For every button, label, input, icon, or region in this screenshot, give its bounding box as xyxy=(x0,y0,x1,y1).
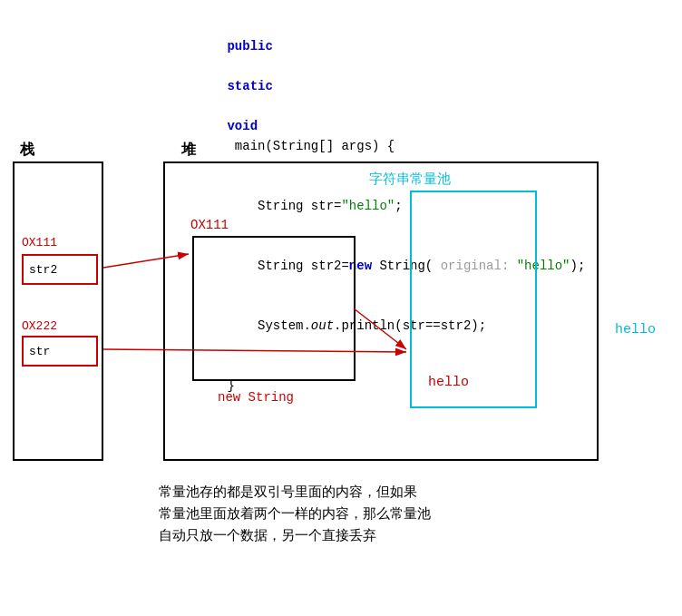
code-line-1: public static void main(String[] args) { xyxy=(181,16,585,176)
page-container: public static void main(String[] args) {… xyxy=(0,0,682,616)
desc-line-1: 常量池存的都是双引号里面的内容，但如果 xyxy=(159,481,431,503)
code-text xyxy=(227,99,234,113)
string-pool-label-text: 字符串常量池 xyxy=(369,171,451,186)
stack-label: 栈 xyxy=(20,141,34,160)
string-pool-box: hello xyxy=(410,191,537,408)
description-section: 常量池存的都是双引号里面的内容，但如果 常量池里面放着两个一样的内容，那么常量池… xyxy=(159,481,431,546)
ox111-heap-label: OX111 xyxy=(190,218,229,232)
str2-label: str2 xyxy=(29,263,57,277)
desc-line-2: 常量池里面放着两个一样的内容，那么常量池 xyxy=(159,503,431,524)
new-string-box xyxy=(192,236,356,381)
str-label: str xyxy=(29,345,50,358)
str-variable-box: str xyxy=(22,336,98,367)
code-text: main(String[] args) { xyxy=(227,139,395,153)
heap-label: 堆 xyxy=(181,141,196,160)
str2-variable-box: str2 xyxy=(22,254,98,285)
ox111-stack-label: OX111 xyxy=(22,236,57,249)
code-text xyxy=(227,59,234,73)
new-string-label: new String xyxy=(218,390,294,405)
heap-box: OX111 new String hello xyxy=(163,161,599,461)
keyword-void: void xyxy=(227,119,258,133)
desc-line-3: 自动只放一个数据，另一个直接丢弃 xyxy=(159,524,431,546)
hello-outside-label: hello xyxy=(615,322,656,337)
hello-in-pool: hello xyxy=(428,375,469,390)
keyword-static: static xyxy=(227,79,272,93)
ox222-stack-label: OX222 xyxy=(22,319,57,333)
keyword-public: public xyxy=(227,39,272,54)
stack-box: OX111 str2 OX222 str xyxy=(13,161,103,461)
string-pool-label: 字符串常量池 xyxy=(369,171,451,188)
